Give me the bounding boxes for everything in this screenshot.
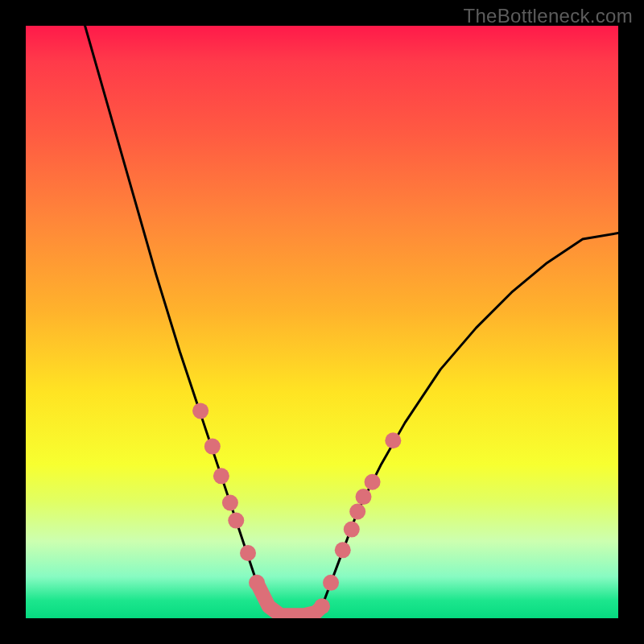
plot-area [26,26,618,618]
watermark-text: TheBottleneck.com [463,5,633,27]
data-marker [356,489,372,505]
data-marker [204,439,221,455]
data-marker [249,575,265,591]
trough-band-path [257,583,322,615]
data-marker [314,598,330,614]
data-marker [213,468,229,484]
data-marker [222,494,238,510]
chart-frame: TheBottleneck.com [0,0,644,644]
data-marker [365,474,381,490]
data-marker [228,513,244,529]
data-marker [349,504,365,520]
left-markers [192,402,265,590]
data-marker [240,545,256,561]
data-marker [335,542,351,558]
data-marker [192,402,208,419]
data-marker [344,522,360,538]
data-marker [323,575,339,591]
right-markers [314,432,401,614]
data-marker [385,432,401,448]
chart-svg [26,26,618,618]
trough-band [257,583,322,615]
